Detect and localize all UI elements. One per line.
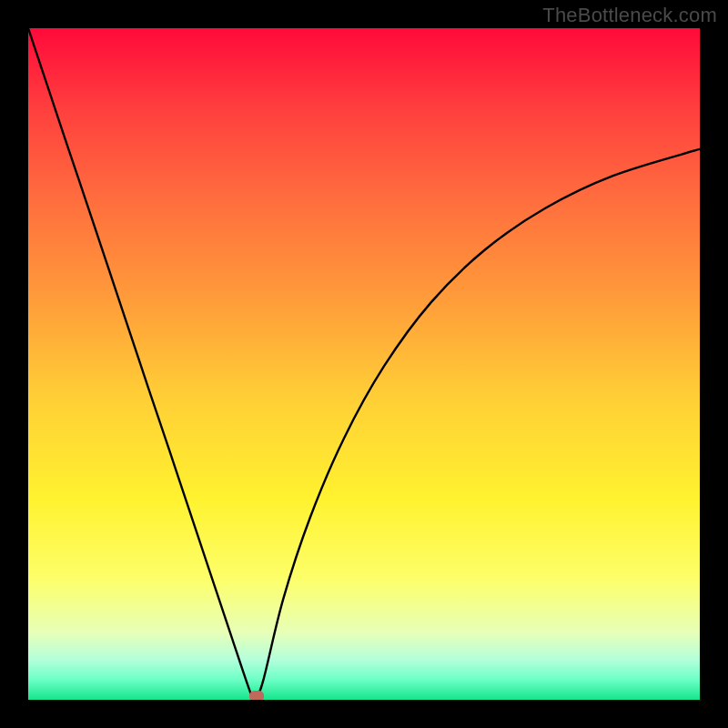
watermark-label: TheBottleneck.com [542,4,717,27]
chart-frame: TheBottleneck.com [0,0,728,728]
optimal-point-marker [249,691,264,700]
curve-svg [28,28,700,700]
plot-area [28,28,700,700]
bottleneck-curve [28,28,700,697]
